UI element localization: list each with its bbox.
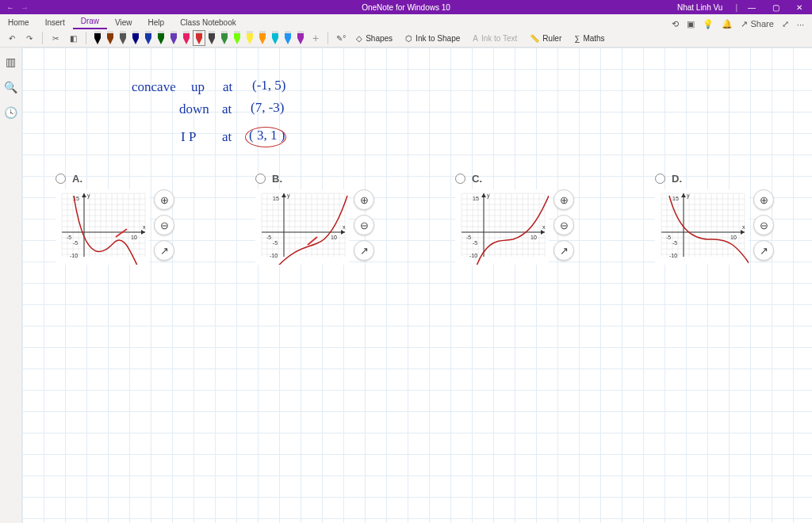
zoom-in-button[interactable]: ⊕ [753,189,774,210]
ink-text: down [179,101,209,117]
pen-0[interactable] [92,31,103,45]
open-graph-button[interactable]: ↗ [553,240,574,261]
pen-4[interactable] [143,31,154,45]
svg-rect-33 [297,31,304,33]
maths-button[interactable]: ∑Maths [569,34,609,43]
pen-1[interactable] [105,31,116,45]
zoom-in-button[interactable]: ⊕ [354,189,374,210]
svg-text:-5: -5 [67,235,71,240]
svg-text:-10: -10 [70,253,78,258]
tab-help[interactable]: Help [140,16,173,29]
forward-button[interactable]: → [21,3,29,12]
pen-3[interactable] [130,31,141,45]
svg-text:x: x [742,224,745,230]
add-pen-button[interactable]: + [309,32,322,44]
share-button[interactable]: ↗ Share [741,19,773,29]
svg-text:x: x [542,224,546,230]
svg-rect-1 [94,31,101,33]
shapes-button[interactable]: ◇Shapes [351,34,397,43]
eraser-button[interactable]: ◧ [66,31,80,45]
navigation-icon[interactable]: ▥ [6,55,16,68]
pen-10[interactable] [219,31,230,45]
zoom-out-button[interactable]: ⊖ [154,215,174,235]
ink-text: up [191,79,205,95]
pen-5[interactable] [155,31,167,45]
choice-label: D. [672,173,682,185]
app-title: OneNote for Windows 10 [362,3,450,12]
window-maximize-button[interactable]: ▢ [766,3,785,12]
pen-16[interactable] [295,31,306,45]
open-graph-button[interactable]: ↗ [753,240,774,261]
action-pen-button[interactable]: ✎° [334,31,348,45]
ruler-button[interactable]: 📏Ruler [525,34,566,43]
svg-text:10: 10 [530,235,537,240]
tab-home[interactable]: Home [0,16,37,29]
zoom-in-button[interactable]: ⊕ [154,189,174,210]
choice-graph: y x 15 -5 -10 -5 10 [455,189,549,265]
choice-radio[interactable] [655,174,665,184]
svg-text:15: 15 [473,196,479,201]
svg-rect-19 [209,31,215,33]
pen-9[interactable] [206,31,217,45]
pen-13[interactable] [257,31,268,45]
ink-text: (-1, 5) [252,78,285,94]
choice-A: A. y x 15 -5 -10 -5 10 ⊕ ⊖ ↗ [56,173,206,265]
sync-icon[interactable]: ⟲ [672,19,679,29]
user-name[interactable]: Nhat Linh Vu [677,3,722,12]
svg-text:-10: -10 [669,253,677,258]
pen-14[interactable] [270,31,281,45]
present-icon[interactable]: ▣ [687,19,695,29]
more-button[interactable]: ··· [797,20,804,29]
svg-rect-23 [234,31,240,33]
ink-text: at [223,79,232,95]
choice-graph: y x 15 -5 -10 -5 10 [655,189,749,265]
undo-button[interactable]: ↶ [5,31,19,45]
page-canvas[interactable]: concave up at (-1, 5) down at (7, -3) I … [22,48,812,523]
svg-rect-31 [285,31,291,33]
zoom-out-button[interactable]: ⊖ [753,215,774,235]
svg-text:15: 15 [672,196,679,201]
svg-text:-5: -5 [466,235,471,240]
bell-icon[interactable]: 🔔 [722,19,733,29]
svg-text:10: 10 [131,235,137,240]
choice-radio[interactable] [455,174,465,184]
svg-rect-3 [107,31,113,33]
choice-C: C. y x 15 -5 -10 -5 10 ⊕ ⊖ ↗ [455,173,606,265]
window-close-button[interactable]: ✕ [790,3,809,12]
fullscreen-icon[interactable]: ⤢ [782,19,789,29]
answer-choices: A. y x 15 -5 -10 -5 10 ⊕ ⊖ ↗ [56,173,806,265]
choice-label: B. [272,173,282,185]
svg-text:-5: -5 [273,240,278,246]
choice-radio[interactable] [255,174,266,184]
svg-text:10: 10 [730,235,737,240]
ink-to-shape-button[interactable]: ⬡Ink to Shape [400,34,465,43]
zoom-in-button[interactable]: ⊕ [553,189,574,210]
redo-button[interactable]: ↷ [22,31,36,45]
ribbon-tabs: Home Insert Draw View Help Class Noteboo… [0,14,812,29]
tab-insert[interactable]: Insert [37,16,73,29]
pen-6[interactable] [168,31,179,45]
pen-11[interactable] [232,31,243,45]
tab-view[interactable]: View [107,16,140,29]
back-button[interactable]: ← [6,3,14,12]
lasso-select-button[interactable]: ✂ [48,31,63,45]
search-icon[interactable]: 🔍 [4,81,17,94]
ink-circle-annotation [245,127,286,147]
pen-8[interactable] [193,31,205,45]
pen-12[interactable] [244,31,255,45]
pen-2[interactable] [117,31,128,45]
recent-icon[interactable]: 🕓 [4,106,17,119]
choice-label: A. [72,173,82,185]
open-graph-button[interactable]: ↗ [354,240,374,261]
pen-15[interactable] [282,31,293,45]
pen-7[interactable] [181,31,192,45]
svg-rect-15 [183,31,190,33]
lightbulb-icon[interactable]: 💡 [703,19,714,29]
zoom-out-button[interactable]: ⊖ [354,215,374,235]
window-minimize-button[interactable]: — [742,3,761,12]
choice-radio[interactable] [56,174,66,184]
tab-class-notebook[interactable]: Class Notebook [172,16,244,29]
tab-draw[interactable]: Draw [73,14,107,29]
open-graph-button[interactable]: ↗ [154,240,174,261]
zoom-out-button[interactable]: ⊖ [553,215,574,235]
